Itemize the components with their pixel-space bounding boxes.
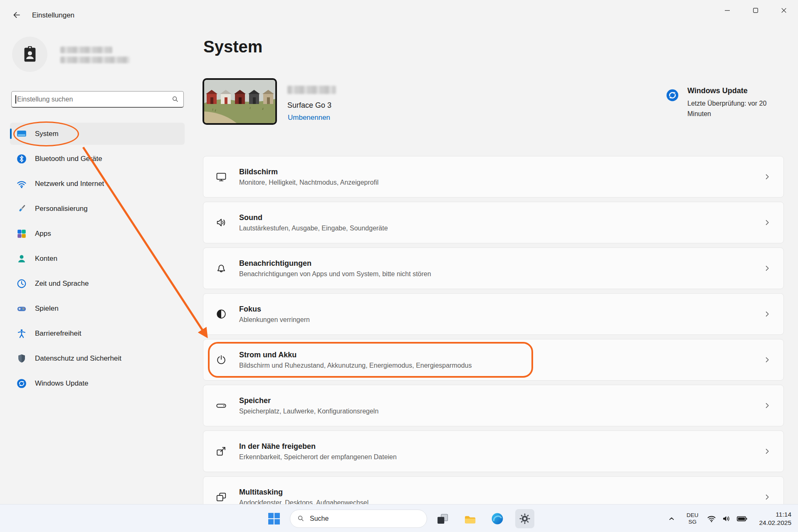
card-title: Speicher [239, 396, 378, 405]
sidebar-item-personalization[interactable]: Personalisierung [10, 198, 185, 220]
bell-icon [203, 262, 239, 274]
volume-tray-button[interactable] [721, 514, 731, 524]
system-tray: DEU SG 11:14 24.02. [667, 505, 798, 532]
card-subtitle: Benachrichtigungen von Apps und vom Syst… [239, 270, 431, 278]
maximize-icon [751, 6, 760, 15]
sidebar-item-label: Personalisierung [35, 205, 88, 213]
card-title: In der Nähe freigeben [239, 442, 397, 451]
card-sound[interactable]: Sound Lautstärkestufen, Ausgabe, Eingabe… [203, 202, 784, 243]
sidebar-item-windows-update[interactable]: Windows Update [10, 372, 185, 394]
rename-link[interactable]: Umbenennen [288, 114, 330, 122]
card-title: Strom und Akku [239, 351, 472, 359]
sidebar-item-time-language[interactable]: Zeit und Sprache [10, 272, 185, 294]
card-title: Bildschirm [239, 168, 378, 176]
chevron-right-icon [763, 355, 772, 364]
sidebar-nav: System Bluetooth und Geräte Netzwerk und… [10, 123, 185, 394]
card-strom-und-akku[interactable]: Strom und Akku Bildschirm und Ruhezustan… [203, 339, 784, 381]
windows-update-status-title[interactable]: Windows Update [687, 87, 748, 95]
windows-update-status-subtitle: Letzte Überprüfung: vor 20 Minuten [687, 98, 787, 119]
card-subtitle: Speicherplatz, Laufwerke, Konfigurations… [239, 408, 378, 415]
chevron-right-icon [763, 492, 772, 502]
focus-icon [203, 308, 239, 320]
start-button[interactable] [264, 509, 284, 528]
card-title: Sound [239, 213, 388, 222]
card-in-der-naehe-freigeben[interactable]: In der Nähe freigeben Erkennbarkeit, Spe… [203, 431, 784, 472]
clock-icon [16, 278, 27, 289]
display-icon [203, 171, 239, 183]
settings-app-button[interactable] [515, 509, 534, 528]
bluetooth-icon [16, 153, 27, 164]
chevron-right-icon [763, 172, 772, 181]
card-fokus[interactable]: Fokus Ablenkungen verringern [203, 293, 784, 335]
clock[interactable]: 11:14 24.02.2025 [759, 510, 791, 527]
back-arrow-icon [11, 10, 21, 20]
card-subtitle: Erkennbarkeit, Speicherort der empfangen… [239, 453, 397, 461]
sidebar-item-label: Netzwerk und Internet [35, 180, 104, 188]
close-button[interactable] [770, 0, 798, 21]
back-button[interactable] [7, 7, 25, 23]
settings-search-field[interactable] [11, 91, 184, 108]
card-benachrichtigungen[interactable]: Benachrichtigungen Benachrichtigungen vo… [203, 247, 784, 289]
wallpaper-thumbnail [203, 78, 277, 125]
card-subtitle: Ablenkungen verringern [239, 316, 310, 324]
sidebar-item-label: Windows Update [35, 379, 89, 388]
maximize-button[interactable] [741, 0, 770, 21]
sound-icon [203, 217, 239, 228]
account-avatar[interactable] [12, 37, 47, 72]
sidebar-item-label: Zeit und Sprache [35, 280, 89, 288]
wifi-tray-button[interactable] [707, 514, 716, 524]
sidebar-item-network[interactable]: Netzwerk und Internet [10, 173, 185, 195]
card-title: Multitasking [239, 488, 368, 497]
sidebar-item-system[interactable]: System [10, 123, 185, 145]
card-title: Fokus [239, 305, 310, 314]
sidebar-item-accounts[interactable]: Konten [10, 247, 185, 270]
input-language-indicator[interactable]: DEU SG [687, 512, 699, 525]
task-view-button[interactable] [433, 509, 452, 528]
sidebar-item-apps[interactable]: Apps [10, 223, 185, 245]
tray-time: 11:14 [759, 510, 791, 519]
device-name-redacted [287, 86, 336, 94]
network-wifi-icon [16, 178, 27, 189]
system-icon [16, 129, 27, 139]
paintbrush-icon [16, 203, 27, 214]
account-email-redacted [60, 57, 130, 63]
taskbar-search[interactable]: Suche [290, 510, 427, 528]
minimize-icon [723, 6, 732, 15]
sidebar-item-privacy[interactable]: Datenschutz und Sicherheit [10, 347, 185, 369]
minimize-button[interactable] [713, 0, 741, 21]
windows-logo-icon [268, 512, 280, 525]
card-bildschirm[interactable]: Bildschirm Monitore, Helligkeit, Nachtmo… [203, 156, 784, 198]
tray-overflow-button[interactable] [667, 514, 677, 524]
multitasking-icon [203, 491, 239, 503]
sidebar-item-label: Barrierefreiheit [35, 329, 82, 338]
search-icon [297, 515, 305, 522]
taskbar: Suche [0, 504, 798, 532]
close-icon [779, 6, 788, 15]
sidebar-item-gaming[interactable]: Spielen [10, 297, 185, 319]
taskbar-search-label: Suche [310, 515, 329, 522]
chevron-right-icon [763, 309, 772, 319]
beach-huts-image [204, 80, 275, 123]
sidebar-item-label: System [35, 130, 59, 138]
settings-window: { "window": { "title": "Einstellungen" }… [0, 0, 798, 532]
sidebar-item-label: Apps [35, 230, 51, 238]
page-title: System [203, 37, 262, 56]
accessibility-icon [16, 328, 27, 339]
sidebar-item-label: Konten [35, 255, 57, 263]
sidebar-item-bluetooth[interactable]: Bluetooth und Geräte [10, 148, 185, 170]
shield-icon [16, 353, 27, 364]
card-subtitle: Bildschirm und Ruhezustand, Akkunutzung,… [239, 362, 472, 369]
chevron-right-icon [763, 264, 772, 273]
card-speicher[interactable]: Speicher Speicherplatz, Laufwerke, Konfi… [203, 385, 784, 426]
edge-browser-button[interactable] [488, 509, 507, 528]
apps-grid-icon [16, 228, 27, 239]
file-explorer-button[interactable] [460, 509, 479, 528]
card-subtitle: Lautstärkestufen, Ausgabe, Eingabe, Soun… [239, 225, 388, 232]
app-title: Einstellungen [32, 11, 74, 20]
chevron-right-icon [763, 218, 772, 227]
window-controls [713, 0, 798, 21]
settings-search-input[interactable] [16, 96, 171, 103]
tray-date: 24.02.2025 [759, 519, 791, 527]
sidebar-item-accessibility[interactable]: Barrierefreiheit [10, 322, 185, 344]
battery-tray-button[interactable] [736, 513, 747, 524]
